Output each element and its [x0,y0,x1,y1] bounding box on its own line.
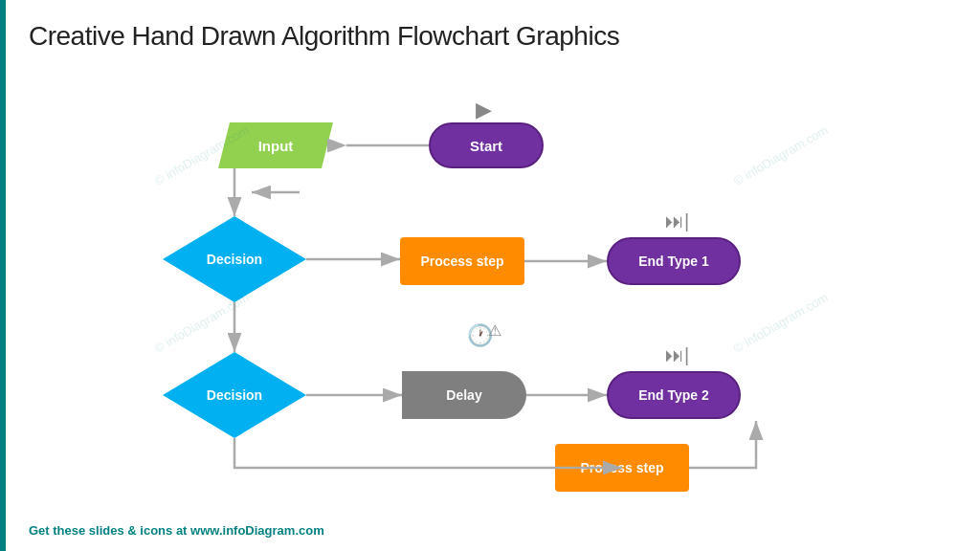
input-shape: Input [218,122,333,168]
decision1-shape: Decision [163,216,306,302]
stop-icon-1: ⏭| [665,210,689,232]
teal-accent-bar [0,0,6,551]
end-type1-shape: End Type 1 [607,237,741,285]
delay-shape: Delay [402,371,526,419]
decision2-shape: Decision [163,352,306,438]
process-step1-shape: Process step [400,237,524,285]
footer-text: Get these slides & icons at www. [29,523,223,538]
arrow-process2-exit [689,421,756,468]
footer-brand: infoDiagram [223,523,296,538]
watermark-4: © infoDiagram.com [731,290,831,356]
warning-icon: ⚠ [488,321,501,340]
end-type2-shape: End Type 2 [607,371,741,419]
play-icon: ▶ [476,98,492,122]
watermark-2: © infoDiagram.com [731,122,831,188]
stop-icon-2: ⏭| [665,344,689,366]
footer: Get these slides & icons at www.infoDiag… [29,523,324,538]
start-shape: Start [429,122,544,168]
page-title: Creative Hand Drawn Algorithm Flowchart … [29,21,619,52]
process-step2-shape: Process step [555,444,689,492]
footer-suffix: .com [295,523,323,538]
